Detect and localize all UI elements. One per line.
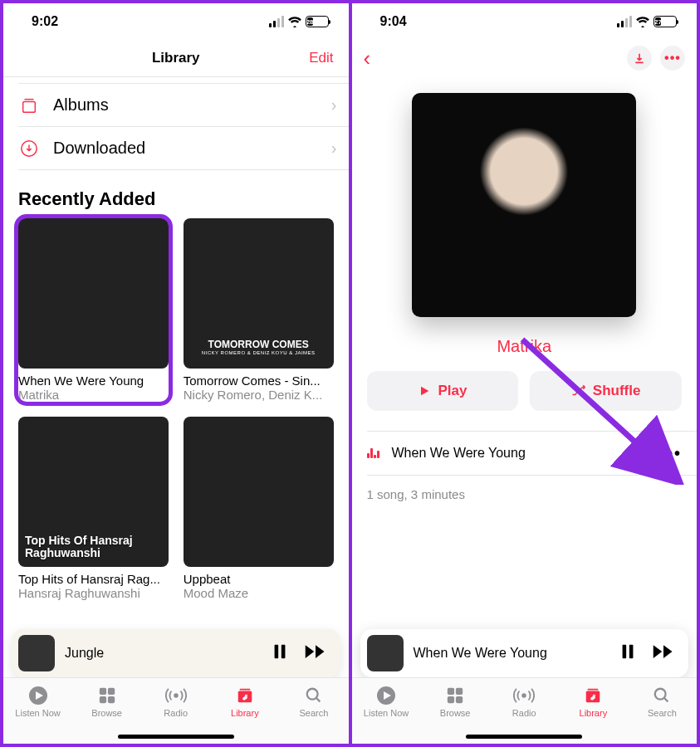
status-time: 9:02	[32, 14, 58, 29]
tab-listen-now[interactable]: Listen Now	[3, 685, 72, 744]
shuffle-button[interactable]: Shuffle	[530, 371, 682, 411]
now-playing-bar[interactable]: When We Were Young	[360, 629, 689, 677]
svg-rect-18	[448, 696, 454, 703]
svg-rect-5	[99, 688, 105, 695]
song-more-button[interactable]: •••	[659, 444, 682, 463]
svg-point-12	[307, 689, 318, 700]
grid-icon	[446, 685, 464, 706]
home-indicator[interactable]	[466, 735, 582, 739]
play-circle-icon	[28, 685, 48, 706]
nav-header: Library Edit	[3, 40, 349, 76]
download-button[interactable]	[627, 46, 652, 71]
svg-rect-16	[448, 688, 454, 695]
tab-search[interactable]: Search	[279, 685, 348, 744]
nav-header: ‹ •••	[352, 40, 698, 76]
wifi-icon	[287, 16, 302, 27]
search-icon	[305, 685, 323, 706]
svg-point-23	[655, 689, 666, 700]
album-card[interactable]: TOMORROW COMESNICKY ROMERO & DENIZ KOYU …	[184, 218, 334, 402]
next-button[interactable]	[652, 642, 675, 664]
tab-bar: Listen Now Browse Radio Library Search	[3, 677, 349, 744]
album-artwork: Top Hits Of Hansraj Raghuwanshi	[18, 417, 169, 567]
album-card[interactable]: Uppbeat Mood Maze	[184, 417, 334, 600]
svg-rect-3	[281, 645, 285, 659]
home-indicator[interactable]	[118, 735, 234, 739]
svg-rect-11	[239, 689, 250, 691]
battery-icon: 28	[306, 16, 329, 27]
album-title: Top Hits of Hansraj Rag...	[18, 572, 169, 586]
cellular-icon	[269, 16, 284, 27]
svg-rect-13	[623, 645, 627, 659]
album-artwork: TOMORROW COMESNICKY ROMERO & DENIZ KOYU …	[184, 218, 334, 369]
song-title: When We Were Young	[392, 446, 648, 461]
search-icon	[653, 685, 671, 706]
song-row[interactable]: When We Were Young •••	[367, 432, 698, 475]
tab-search[interactable]: Search	[628, 685, 697, 744]
menu-label: Downloaded	[53, 139, 318, 158]
album-artist: Matrika	[18, 388, 169, 402]
album-artist: Hansraj Raghuwanshi	[18, 586, 169, 600]
album-summary: 1 song, 3 minutes	[352, 476, 698, 513]
svg-rect-0	[23, 101, 36, 112]
pause-button[interactable]	[619, 642, 637, 664]
now-playing-animation-icon	[367, 448, 380, 458]
download-icon	[18, 139, 40, 158]
svg-rect-6	[108, 688, 115, 695]
library-icon	[235, 685, 255, 706]
album-artwork	[18, 218, 169, 369]
pause-button[interactable]	[271, 642, 289, 664]
album-artwork	[184, 417, 334, 567]
grid-icon	[98, 685, 116, 706]
artist-name[interactable]: Matrika	[352, 337, 698, 356]
svg-rect-22	[588, 689, 599, 691]
svg-rect-19	[456, 696, 463, 703]
library-screen: 9:02 28 Library Edit Albums ›	[3, 3, 352, 744]
chevron-right-icon: ›	[331, 139, 337, 158]
status-bar: 9:04 27	[352, 3, 698, 40]
library-icon	[583, 685, 603, 706]
page-title: Library	[152, 50, 200, 66]
albums-icon	[18, 96, 40, 115]
edit-button[interactable]: Edit	[309, 50, 333, 66]
menu-label: Albums	[53, 95, 318, 115]
album-artwork-large	[412, 93, 636, 317]
now-playing-title: Jungle	[65, 646, 261, 661]
album-title: Uppbeat	[184, 572, 334, 586]
album-detail-screen: 9:04 27 ‹ ••• Matrika Play	[352, 3, 698, 744]
album-card[interactable]: Top Hits Of Hansraj Raghuwanshi Top Hits…	[18, 417, 169, 600]
now-playing-title: When We Were Young	[414, 646, 609, 661]
wifi-icon	[635, 16, 650, 27]
album-card[interactable]: When We Were Young Matrika	[18, 218, 169, 402]
more-button[interactable]: •••	[660, 46, 685, 71]
status-bar: 9:02 28	[3, 3, 349, 40]
now-playing-artwork	[367, 635, 404, 671]
album-title: Tomorrow Comes - Sin...	[184, 374, 334, 388]
radio-icon	[513, 685, 535, 706]
svg-rect-2	[274, 645, 278, 659]
menu-albums[interactable]: Albums ›	[18, 84, 349, 127]
menu-downloaded[interactable]: Downloaded ›	[18, 127, 349, 170]
chevron-right-icon: ›	[331, 95, 337, 115]
svg-point-20	[522, 694, 526, 697]
battery-icon: 27	[653, 16, 677, 27]
svg-rect-7	[99, 696, 105, 703]
cellular-icon	[617, 16, 632, 27]
radio-icon	[165, 685, 187, 706]
album-artist: Mood Maze	[184, 586, 334, 600]
tab-listen-now[interactable]: Listen Now	[352, 685, 421, 744]
play-button[interactable]: Play	[367, 371, 519, 411]
tab-bar: Listen Now Browse Radio Library Search	[352, 677, 698, 744]
status-time: 9:04	[380, 14, 407, 29]
play-circle-icon	[376, 685, 396, 706]
album-title: When We Were Young	[18, 374, 169, 388]
now-playing-bar[interactable]: Jungle	[12, 629, 340, 677]
now-playing-artwork	[18, 635, 55, 671]
back-button[interactable]: ‹	[364, 46, 371, 71]
svg-rect-17	[456, 688, 463, 695]
svg-rect-14	[629, 645, 634, 659]
next-button[interactable]	[304, 642, 327, 664]
svg-rect-8	[108, 696, 115, 703]
album-artist: Nicky Romero, Deniz K...	[184, 388, 334, 402]
svg-point-9	[174, 694, 178, 697]
section-title: Recently Added	[3, 170, 349, 218]
